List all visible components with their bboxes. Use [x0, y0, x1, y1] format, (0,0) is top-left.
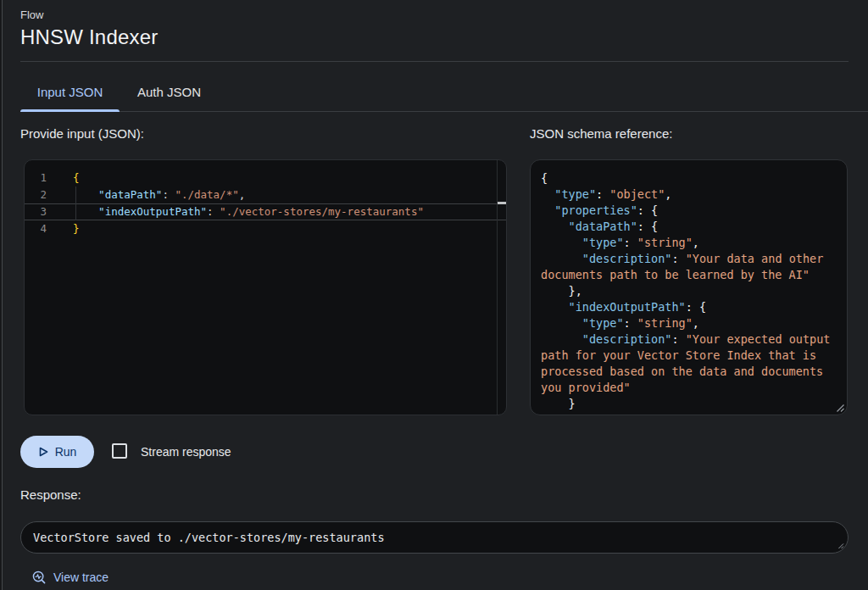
run-button-label: Run: [55, 445, 77, 459]
input-section-label: Provide input (JSON):: [20, 126, 144, 141]
code-line: "type": "string",: [541, 315, 847, 331]
tab-auth-json[interactable]: Auth JSON: [120, 72, 219, 111]
header-divider: [20, 61, 849, 62]
response-output[interactable]: VectorStore saved to ./vector-stores/my-…: [20, 521, 849, 554]
code-line: "description": "Your data and other: [541, 251, 847, 267]
tabs-divider: [20, 111, 868, 112]
code-line: {: [541, 170, 847, 186]
stream-response-checkbox[interactable]: [112, 443, 127, 459]
page-title: HNSW Indexer: [20, 25, 158, 49]
flow-label: Flow: [20, 8, 43, 21]
code-line[interactable]: 3 "indexOutputPath": "./vector-stores/my…: [25, 203, 506, 220]
code-line[interactable]: 1{: [25, 170, 506, 186]
schema-code-lines: { "type": "object", "properties": { "dat…: [541, 170, 847, 415]
code-line: you provided": [541, 380, 847, 396]
view-trace-label: View trace: [53, 571, 108, 584]
editor-code-lines: 1{2 "dataPath": "./data/*",3 "indexOutpu…: [25, 170, 506, 237]
schema-section-label: JSON schema reference:: [530, 126, 672, 141]
code-line: }: [541, 396, 847, 412]
code-line[interactable]: 2 "dataPath": "./data/*",: [25, 186, 506, 203]
play-icon: [38, 447, 48, 457]
stream-response-label[interactable]: Stream response: [141, 445, 231, 459]
code-line: documents path to be learned by the AI": [541, 267, 847, 283]
line-number: 2: [25, 186, 73, 203]
line-number: 4: [25, 220, 73, 237]
code-line: },: [541, 412, 847, 415]
code-line: "type": "object",: [541, 186, 847, 203]
cursor-position-marker: [498, 202, 506, 204]
tab-bar: Input JSON Auth JSON: [20, 72, 219, 111]
line-number: 3: [25, 203, 73, 220]
json-input-editor[interactable]: 1{2 "dataPath": "./data/*",3 "indexOutpu…: [24, 159, 507, 415]
code-line: },: [541, 283, 847, 299]
tab-input-json[interactable]: Input JSON: [20, 72, 120, 111]
resize-handle-icon[interactable]: [834, 402, 845, 413]
resize-handle-icon[interactable]: [837, 542, 844, 549]
editor-scrollbar-track[interactable]: [497, 160, 498, 415]
code-line: "type": "string",: [541, 235, 847, 251]
indent-guide: [75, 186, 76, 220]
code-line: "dataPath": {: [541, 219, 847, 235]
response-label: Response:: [20, 487, 81, 502]
json-schema-reference[interactable]: { "type": "object", "properties": { "dat…: [530, 159, 848, 415]
line-number: 1: [25, 170, 73, 186]
code-line: processed based on the data and document…: [541, 364, 847, 380]
response-value: VectorStore saved to ./vector-stores/my-…: [33, 531, 385, 544]
code-line: "properties": {: [541, 203, 847, 219]
code-line[interactable]: 4}: [25, 220, 506, 237]
view-trace-link[interactable]: View trace: [31, 570, 108, 585]
flow-runner-page: Flow HNSW Indexer Input JSON Auth JSON P…: [0, 0, 868, 590]
run-button[interactable]: Run: [20, 436, 94, 468]
code-line: path for your Vector Store Index that is: [541, 348, 847, 364]
sidebar-edge-divider: [2, 0, 3, 590]
code-line: "indexOutputPath": {: [541, 299, 847, 315]
trace-icon: [31, 570, 47, 585]
code-line: "description": "Your expected output: [541, 331, 847, 348]
